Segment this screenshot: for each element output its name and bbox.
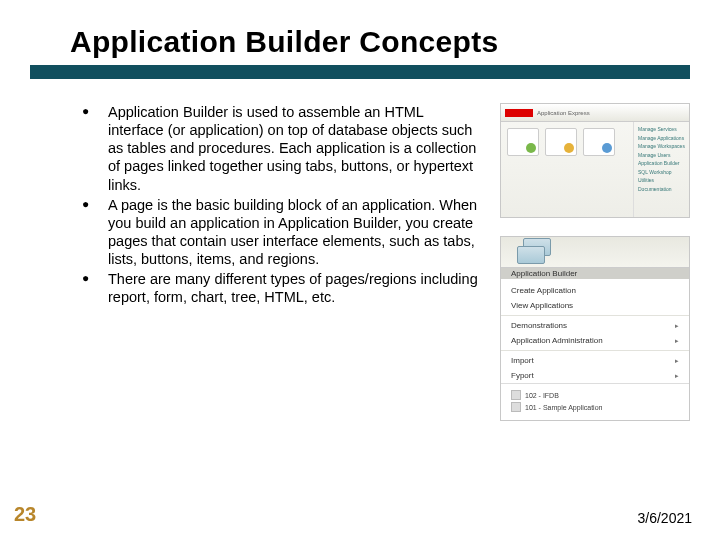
apex-sidebar-item: Manage Services <box>638 126 685 134</box>
illustration-column: Application Express Manage Services Mana… <box>500 103 690 421</box>
menu-item-text: Fyport <box>511 371 534 380</box>
screenshot-app-builder-menu: Application Builder Create Application V… <box>500 236 690 421</box>
menu-item: Application Administration▸ <box>501 333 689 348</box>
apex-tiles <box>501 122 633 217</box>
slide-date: 3/6/2021 <box>638 510 693 526</box>
menu-bottom: 102 - IFDB 101 - Sample Application <box>501 383 689 416</box>
menu-bottom-text: 101 - Sample Application <box>525 404 602 411</box>
slide: Application Builder Concepts Application… <box>0 0 720 540</box>
apex-sidebar-item: Manage Workspaces <box>638 143 685 151</box>
apex-body: Manage Services Manage Applications Mana… <box>501 122 689 217</box>
title-underline <box>30 65 690 79</box>
apex-sidebar-item: Manage Users <box>638 152 685 160</box>
page-icon <box>511 402 521 412</box>
apex-sidebar-item: Manage Applications <box>638 135 685 143</box>
menu-item-text: Import <box>511 356 534 365</box>
oracle-logo <box>505 109 533 117</box>
slide-title: Application Builder Concepts <box>70 25 690 59</box>
menu-bottom-row: 102 - IFDB <box>511 390 679 400</box>
bullet-item: A page is the basic building block of an… <box>80 196 480 269</box>
menu-item: Fyport▸ <box>501 368 689 383</box>
apex-sidebar-item: Application Builder <box>638 160 685 168</box>
chevron-right-icon: ▸ <box>675 337 679 345</box>
menu-item-text: Create Application <box>511 286 576 295</box>
menu-bottom-row: 101 - Sample Application <box>511 402 679 412</box>
apex-header: Application Express <box>501 104 689 122</box>
menu-body: Create Application View Applications Dem… <box>501 279 689 420</box>
menu-item-text: View Applications <box>511 301 573 310</box>
chevron-right-icon: ▸ <box>675 372 679 380</box>
apex-tile <box>545 128 577 156</box>
menu-label: Application Builder <box>501 268 689 279</box>
screenshot-oracle-apex: Application Express Manage Services Mana… <box>500 103 690 218</box>
menu-separator <box>501 350 689 351</box>
menu-separator <box>501 315 689 316</box>
apex-sidebar: Manage Services Manage Applications Mana… <box>633 122 689 217</box>
bullet-item: There are many different types of pages/… <box>80 270 480 306</box>
menu-item-text: Demonstrations <box>511 321 567 330</box>
menu-item: Import▸ <box>501 353 689 368</box>
bullet-item: Application Builder is used to assemble … <box>80 103 480 194</box>
page-number: 23 <box>14 503 36 526</box>
menu-item: Create Application <box>501 283 689 298</box>
apex-sidebar-item: SQL Workshop <box>638 169 685 177</box>
menu-item: Demonstrations▸ <box>501 318 689 333</box>
apex-sidebar-item: Documentation <box>638 186 685 194</box>
apex-tile <box>583 128 615 156</box>
chevron-right-icon: ▸ <box>675 357 679 365</box>
stack-rect-front <box>517 246 545 264</box>
page-icon <box>511 390 521 400</box>
menu-item-text: Application Administration <box>511 336 603 345</box>
menu-bottom-text: 102 - IFDB <box>525 392 559 399</box>
stack-icon <box>517 238 553 266</box>
menu-item: View Applications <box>501 298 689 313</box>
content-area: Application Builder is used to assemble … <box>30 103 690 421</box>
bullet-list: Application Builder is used to assemble … <box>80 103 480 421</box>
apex-header-text: Application Express <box>537 110 590 116</box>
apex-tile <box>507 128 539 156</box>
apex-sidebar-item: Utilities <box>638 177 685 185</box>
chevron-right-icon: ▸ <box>675 322 679 330</box>
menu-top-graphic <box>501 237 689 268</box>
